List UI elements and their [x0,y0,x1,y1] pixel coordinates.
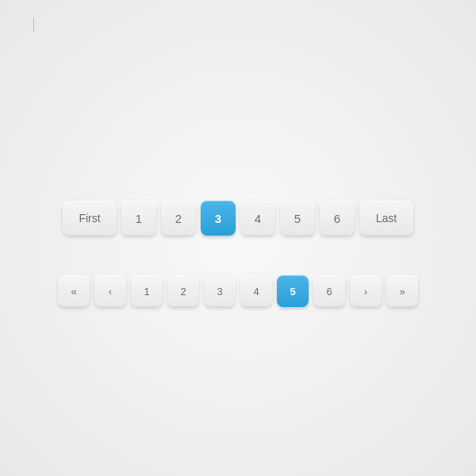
first-button[interactable]: First [63,201,117,236]
page-1-button[interactable]: 1 [121,201,156,236]
last-nav-button[interactable]: » [386,275,418,307]
pagination-row-2: «‹123456›» [58,275,418,307]
page-1-button[interactable]: 1 [131,275,163,307]
prev-button[interactable]: ‹ [94,275,126,307]
page-3-button[interactable]: 3 [201,201,236,236]
page-5-button[interactable]: 5 [280,201,315,236]
page-2-button[interactable]: 2 [161,201,196,236]
page-4-button[interactable]: 4 [240,275,272,307]
first-nav-button[interactable]: « [58,275,90,307]
last-button[interactable]: Last [359,201,413,236]
page-6-button[interactable]: 6 [313,275,345,307]
page-4-button[interactable]: 4 [240,201,275,236]
header [0,0,476,32]
page-5-button[interactable]: 5 [277,275,309,307]
header-divider [33,17,34,32]
page-3-button[interactable]: 3 [204,275,236,307]
page-6-button[interactable]: 6 [320,201,355,236]
content-area: First123456Last «‹123456›» [0,32,476,476]
page-2-button[interactable]: 2 [167,275,199,307]
pagination-row-1: First123456Last [63,201,413,236]
next-button[interactable]: › [350,275,382,307]
